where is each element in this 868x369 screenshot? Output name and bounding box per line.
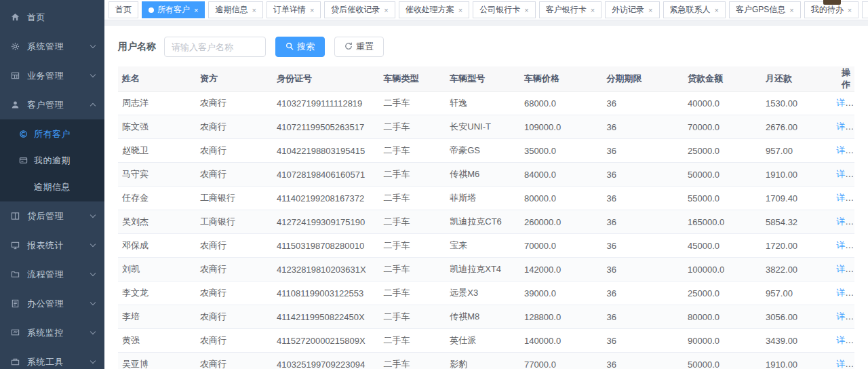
- tab-label: 所有客户: [157, 4, 190, 16]
- cell-monthly_payment: 1720.00: [762, 234, 832, 258]
- cell-monthly_payment: 1709.40: [762, 187, 832, 210]
- user-icon: [11, 100, 23, 110]
- tab-label: 我的待办: [811, 4, 844, 16]
- cell-vehicle_model: 传祺M8: [446, 305, 520, 329]
- cell-installments: 36: [603, 353, 684, 369]
- tab-首页[interactable]: 首页: [108, 1, 138, 18]
- tab-外访记录[interactable]: 外访记录×: [605, 1, 659, 18]
- detail-link[interactable]: 详情: [836, 288, 854, 298]
- detail-link[interactable]: 详情: [836, 193, 854, 203]
- tab-我的流程[interactable]: 我的流程×: [862, 1, 868, 18]
- cell-monthly_payment: 5854.32: [762, 210, 832, 234]
- cell-monthly_payment: 957.00: [762, 281, 832, 305]
- sidebar-item-label: 逾期信息: [34, 181, 98, 193]
- close-icon[interactable]: ×: [524, 6, 528, 14]
- detail-link[interactable]: 详情: [836, 264, 854, 274]
- cell-vehicle_type: 二手车: [380, 210, 446, 234]
- sidebar-item-sys-tools[interactable]: 系统工具: [0, 347, 104, 369]
- tab-逾期信息[interactable]: 逾期信息×: [208, 1, 262, 18]
- cell-funder: 工商银行: [196, 187, 273, 210]
- sidebar-item-label: 贷后管理: [27, 210, 91, 222]
- sidebar-item-business[interactable]: 业务管理: [0, 61, 104, 90]
- cell-vehicle_price: 84000.0: [520, 163, 603, 187]
- table-row: 吴刘杰工商银行412724199309175190二手车凯迪拉克CT626000…: [118, 210, 854, 234]
- sidebar-item-office[interactable]: 办公管理: [0, 289, 104, 318]
- tab-label: 公司银行卡: [479, 4, 520, 16]
- close-icon[interactable]: ×: [715, 6, 719, 14]
- close-icon[interactable]: ×: [252, 6, 256, 14]
- close-icon[interactable]: ×: [648, 6, 652, 14]
- column-header: 身份证号: [273, 66, 379, 92]
- table-row: 刘凯农商行41232819810203631X二手车凯迪拉克XT4142000.…: [118, 258, 854, 281]
- cell-installments: 36: [603, 329, 684, 353]
- tab-公司银行卡[interactable]: 公司银行卡×: [473, 1, 535, 18]
- column-header: 车辆型号: [446, 66, 520, 92]
- close-icon[interactable]: ×: [310, 6, 314, 14]
- refresh-icon: [344, 42, 353, 52]
- cell-funder: 农商行: [196, 115, 273, 139]
- tab-催收处理方案[interactable]: 催收处理方案×: [399, 1, 469, 18]
- detail-link[interactable]: 详情: [836, 240, 854, 250]
- tab-紧急联系人[interactable]: 紧急联系人×: [663, 1, 726, 18]
- detail-link[interactable]: 详情: [836, 98, 854, 108]
- chevron-down-icon: [90, 358, 96, 364]
- close-icon[interactable]: ×: [591, 6, 595, 14]
- table-row: 李文龙农商行411081199003122553二手车远景X339000.036…: [118, 281, 854, 305]
- cell-name: 李文龙: [118, 281, 196, 305]
- close-icon[interactable]: ×: [789, 6, 793, 14]
- table-row: 陈文强农商行410721199505263517二手车长安UNI-T109000…: [118, 115, 854, 139]
- cell-loan_amount: 70000.0: [684, 115, 762, 139]
- sidebar-item-customer[interactable]: 客户管理: [0, 90, 104, 119]
- columns-icon: [11, 212, 23, 221]
- close-icon[interactable]: ×: [384, 6, 388, 14]
- close-icon[interactable]: ×: [194, 6, 198, 14]
- cell-installments: 36: [603, 115, 684, 139]
- cell-name: 邓保成: [118, 234, 196, 258]
- tab-所有客户[interactable]: 所有客户×: [142, 1, 205, 18]
- table-row: 周志洋农商行410327199111112819二手车轩逸68000.03640…: [118, 92, 854, 115]
- search-button[interactable]: 搜索: [275, 37, 325, 57]
- sidebar-item-all-customers[interactable]: 所有客户: [0, 121, 104, 147]
- close-icon[interactable]: ×: [458, 6, 462, 14]
- cell-loan_amount: 50000.0: [684, 163, 762, 187]
- sidebar-item-post-loan[interactable]: 贷后管理: [0, 201, 104, 231]
- cell-vehicle_model: 传祺M6: [446, 163, 520, 187]
- detail-link[interactable]: 详情: [836, 216, 854, 227]
- detail-link[interactable]: 详情: [836, 121, 854, 132]
- sidebar-item-process[interactable]: 流程管理: [0, 260, 104, 289]
- cell-vehicle_model: 长安UNI-T: [446, 115, 520, 139]
- home-icon: [11, 13, 23, 22]
- reset-button[interactable]: 重置: [334, 37, 384, 57]
- table-header: 姓名资方身份证号车辆类型车辆型号车辆价格分期期限贷款金额月还款操作: [118, 66, 854, 92]
- search-input[interactable]: [164, 37, 266, 57]
- cell-monthly_payment: 957.00: [762, 139, 832, 163]
- table-row: 赵晓卫农商行410422198803195415二手车帝豪GS35000.036…: [118, 139, 854, 163]
- detail-link[interactable]: 详情: [836, 359, 854, 369]
- tab-客户银行卡[interactable]: 客户银行卡×: [539, 1, 601, 18]
- search-form: 用户名称 搜索 重置: [118, 35, 854, 58]
- table-row: 邓保成农商行411503198708280010二手车宝来70000.03645…: [118, 234, 854, 258]
- tab-客户GPS信息[interactable]: 客户GPS信息×: [729, 1, 801, 18]
- sidebar-item-overdue-info[interactable]: 逾期信息: [0, 174, 104, 200]
- cell-funder: 农商行: [196, 329, 273, 353]
- sidebar-item-sys-monitor[interactable]: 系统监控: [0, 318, 104, 347]
- detail-link[interactable]: 详情: [836, 311, 854, 322]
- cell-loan_amount: 25000.0: [684, 281, 762, 305]
- sidebar-item-system[interactable]: 系统管理: [0, 32, 104, 61]
- detail-link[interactable]: 详情: [836, 145, 854, 155]
- cell-vehicle_type: 二手车: [380, 92, 446, 115]
- cell-vehicle_price: 260000.0: [520, 210, 603, 234]
- tab-订单详情[interactable]: 订单详情×: [267, 1, 321, 18]
- detail-link[interactable]: 详情: [836, 335, 854, 345]
- table-row: 黄强农商行41152720000215809X二手车英仕派140000.0369…: [118, 329, 854, 353]
- cell-name: 李培: [118, 305, 196, 329]
- tab-label: 外访记录: [612, 4, 644, 16]
- close-icon[interactable]: ×: [848, 6, 852, 14]
- detail-link[interactable]: 详情: [836, 169, 854, 179]
- tab-贷后催收记录[interactable]: 贷后催收记录×: [324, 1, 395, 18]
- gear-icon: [11, 42, 23, 52]
- sidebar-item-home[interactable]: 首页: [0, 3, 104, 32]
- sidebar-item-my-overdue[interactable]: 我的逾期: [0, 147, 104, 174]
- column-header: 资方: [196, 66, 273, 92]
- sidebar-item-report[interactable]: 报表统计: [0, 231, 104, 260]
